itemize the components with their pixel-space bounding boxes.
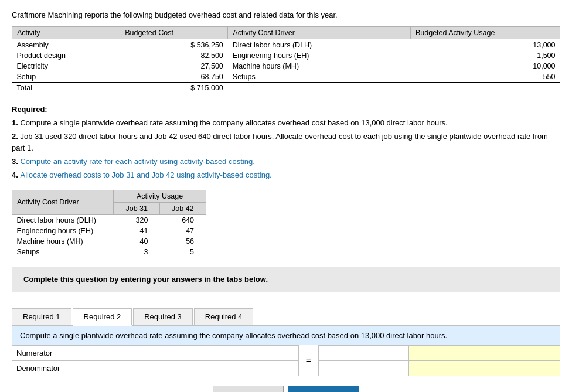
total-label: Total (12, 83, 120, 94)
result-input-2[interactable] (324, 364, 404, 373)
result-input[interactable] (324, 349, 404, 357)
col-header-cost: Budgeted Cost (120, 27, 228, 39)
prev-button[interactable]: < Required 1 (213, 386, 284, 392)
usage-col-driver-header: Activity Cost Driver (12, 190, 114, 214)
job31-value: 3 (114, 247, 160, 257)
yellow-input-2[interactable] (414, 364, 555, 373)
info-bar: Compute a single plantwide overhead rate… (12, 326, 560, 345)
required-heading: Required: (12, 105, 47, 114)
calc-row-denominator: Denominator (12, 360, 560, 376)
activity-cell: Setup (12, 71, 120, 83)
driver-label: Setups (12, 247, 114, 257)
required-item-text: Compute an activity rate for each activi… (20, 157, 254, 166)
driver-cell: Engineering hours (EH) (228, 50, 411, 61)
required-item-number: 2. (12, 132, 20, 141)
table-row: Setup 68,750 Setups 550 (12, 71, 560, 83)
required-item-number: 3. (12, 157, 20, 166)
required-section: Required: 1. Compute a single plantwide … (12, 104, 560, 182)
table-row: Assembly $ 536,250 Direct labor hours (D… (12, 39, 560, 51)
intro-text: Craftmore Machining reports the followin… (12, 11, 560, 19)
driver-cell: Setups (228, 71, 411, 83)
complete-question-text: Complete this question by entering your … (23, 275, 268, 284)
calc-label: Denominator (12, 360, 87, 376)
driver-label: Machine hours (MH) (12, 236, 114, 247)
yellow-input[interactable] (414, 349, 555, 357)
table-row: Electricity 27,500 Machine hours (MH) 10… (12, 61, 560, 71)
activity-cell: Assembly (12, 39, 120, 51)
cost-cell: 27,500 (120, 61, 228, 71)
total-row: Total $ 715,000 (12, 83, 560, 94)
usage-table: Activity Cost Driver Activity Usage Job … (12, 190, 206, 257)
cost-cell: 82,500 (120, 50, 228, 61)
cost-cell: $ 536,250 (120, 39, 228, 51)
tab-required-3[interactable]: Required 3 (133, 308, 193, 325)
usage-cell: 1,500 (410, 50, 560, 61)
col-header-activity: Activity (12, 27, 120, 39)
total-usage-empty (410, 83, 560, 94)
usage-table-container: Activity Cost Driver Activity Usage Job … (12, 190, 560, 257)
col-header-usage: Budgeted Activity Usage (410, 27, 560, 39)
usage-table-row: Engineering hours (EH) 41 47 (12, 226, 206, 236)
job31-value: 40 (114, 236, 160, 247)
result-cell[interactable] (318, 345, 409, 360)
complete-question-box: Complete this question by entering your … (12, 267, 560, 292)
driver-label: Engineering hours (EH) (12, 226, 114, 236)
usage-table-row: Direct labor hours (DLH) 320 640 (12, 214, 206, 226)
required-item: 3. Compute an activity rate for each act… (12, 156, 560, 168)
yellow-answer-cell[interactable] (409, 345, 560, 360)
usage-job42-header: Job 42 (160, 202, 206, 214)
total-cost: $ 715,000 (120, 83, 228, 94)
bottom-nav: < Required 1 Required 2 > (12, 376, 560, 392)
driver-cell: Machine hours (MH) (228, 61, 411, 71)
tabs-container: Required 1Required 2Required 3Required 4 (12, 301, 560, 326)
col-header-driver: Activity Cost Driver (228, 27, 411, 39)
usage-table-row: Setups 3 5 (12, 247, 206, 257)
required-item-number: 4. (12, 171, 20, 179)
yellow-answer-cell-2[interactable] (409, 360, 560, 376)
driver-cell: Direct labor hours (DLH) (228, 39, 411, 51)
next-button[interactable]: Required 2 > (288, 386, 359, 392)
job31-value: 320 (114, 214, 160, 226)
required-item-text: Allocate overhead costs to Job 31 and Jo… (20, 171, 271, 179)
activity-cell: Product design (12, 50, 120, 61)
driver-label: Direct labor hours (DLH) (12, 214, 114, 226)
usage-cell: 13,000 (410, 39, 560, 51)
usage-job31-header: Job 31 (114, 202, 160, 214)
calc-input-cell[interactable] (87, 360, 299, 376)
tab-required-2[interactable]: Required 2 (73, 308, 132, 326)
cost-cell: 68,750 (120, 71, 228, 83)
required-item: 1. Compute a single plantwide overhead r… (12, 117, 560, 129)
required-item-number: 1. (12, 118, 20, 127)
calc-label: Numerator (12, 345, 87, 360)
calc-row-numerator: Numerator = (12, 345, 560, 360)
job31-value: 41 (114, 226, 160, 236)
required-item: 2. Job 31 used 320 direct labor hours an… (12, 131, 560, 155)
equals-sign: = (298, 345, 318, 376)
usage-cell: 550 (410, 71, 560, 83)
numerator-input[interactable] (92, 349, 294, 357)
required-item-text: Job 31 used 320 direct labor hours and J… (12, 132, 548, 153)
main-data-table: Activity Budgeted Cost Activity Cost Dri… (12, 26, 560, 93)
required-item-text: Compute a single plantwide overhead rate… (20, 118, 447, 127)
page-container: Craftmore Machining reports the followin… (0, 0, 572, 392)
usage-col-span-header: Activity Usage (114, 190, 206, 202)
result-cell-2[interactable] (318, 360, 409, 376)
job42-value: 640 (160, 214, 206, 226)
calc-table: Numerator = Denominator (12, 345, 560, 376)
table-row: Product design 82,500 Engineering hours … (12, 50, 560, 61)
job42-value: 56 (160, 236, 206, 247)
usage-cell: 10,000 (410, 61, 560, 71)
job42-value: 5 (160, 247, 206, 257)
tab-required-1[interactable]: Required 1 (12, 308, 72, 325)
denominator-input[interactable] (92, 364, 294, 373)
required-item: 4. Allocate overhead costs to Job 31 and… (12, 169, 560, 182)
total-driver-empty (228, 83, 411, 94)
tab-required-4[interactable]: Required 4 (194, 308, 254, 325)
job42-value: 47 (160, 226, 206, 236)
info-bar-text: Compute a single plantwide overhead rate… (20, 331, 447, 340)
activity-cell: Electricity (12, 61, 120, 71)
usage-table-row: Machine hours (MH) 40 56 (12, 236, 206, 247)
calc-input-cell[interactable] (87, 345, 299, 360)
